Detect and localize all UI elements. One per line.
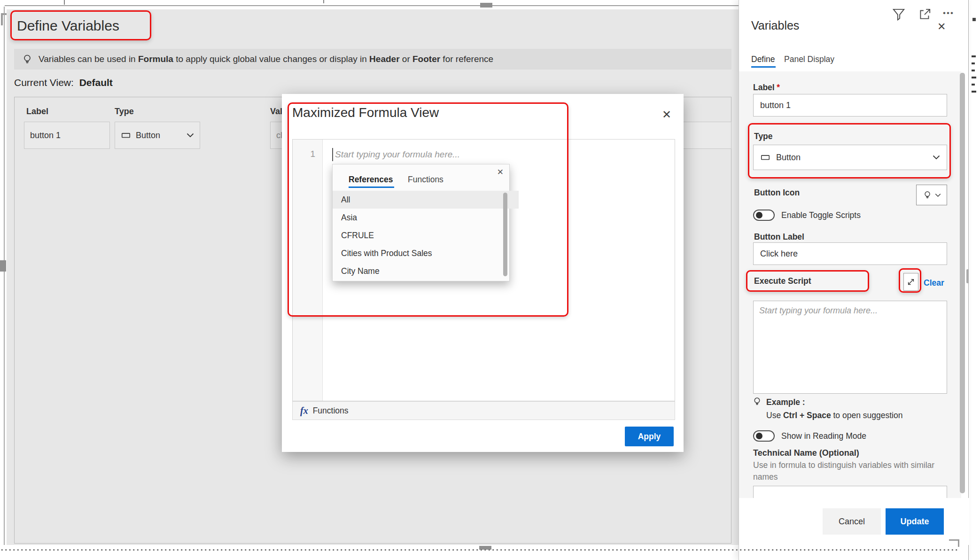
info-bar: Variables can be used in Formula to appl… [14, 49, 731, 70]
enable-toggle-scripts-label: Enable Toggle Scripts [781, 210, 861, 220]
example-label: Example : [766, 397, 805, 407]
technical-name-description: Use in formula to distinguish variables … [753, 459, 937, 483]
update-button[interactable]: Update [886, 508, 944, 535]
example-hint: Use Ctrl + Space to open suggestion [766, 411, 902, 420]
clipped-side-tab-fragment [972, 91, 976, 93]
lightbulb-icon [752, 397, 762, 406]
type-field-label: Type [754, 132, 773, 141]
execute-script-textarea[interactable]: Start typing your formula here... [753, 301, 947, 394]
row-type-select[interactable]: Button [115, 122, 200, 149]
show-in-reading-mode-toggle[interactable] [753, 430, 775, 442]
clipped-side-tab-fragment [972, 77, 976, 78]
formula-placeholder: Start typing your formula here... [335, 149, 460, 160]
panel-footer: Cancel Update [739, 498, 969, 545]
filter-icon[interactable] [891, 7, 906, 22]
type-select-value: Button [776, 153, 801, 163]
dialog-title: Define Variables [17, 18, 119, 34]
column-header-label: Label [26, 107, 48, 117]
close-icon[interactable]: ✕ [662, 109, 671, 120]
label-input[interactable]: button 1 [753, 94, 947, 117]
tab-functions[interactable]: Functions [408, 175, 443, 185]
button-type-icon [121, 130, 131, 140]
button-icon-select[interactable] [916, 185, 947, 205]
panel-title: Variables [751, 19, 799, 32]
resize-handle-left[interactable] [0, 260, 6, 272]
chevron-down-icon [933, 155, 940, 160]
tab-panel-display[interactable]: Panel Display [784, 54, 834, 64]
button-type-icon [760, 152, 770, 163]
fx-icon: fx [300, 405, 308, 416]
suggestion-list: All Asia CFRULE Cities with Product Sale… [333, 191, 506, 280]
example-label-text: Example [766, 397, 800, 407]
technical-name-label: Technical Name (Optional) [753, 448, 859, 458]
maximized-formula-modal: Maximized Formula View ✕ 1 Start typing … [282, 94, 684, 452]
resize-handle-top[interactable] [480, 3, 492, 8]
clipped-side-tab-fragment [972, 55, 976, 57]
current-view: Current View: Default [14, 77, 113, 88]
button-label-value: Click here [760, 249, 798, 259]
tab-references[interactable]: References [349, 175, 393, 185]
clipped-side-tab-fragment [972, 18, 976, 21]
current-view-label: Current View: [14, 77, 74, 88]
button-label-label: Button Label [754, 232, 804, 242]
lightbulb-icon [923, 190, 932, 200]
current-view-value: Default [79, 77, 113, 88]
line-number-gutter [293, 140, 323, 401]
tab-define[interactable]: Define [751, 54, 775, 64]
apply-button[interactable]: Apply [625, 427, 674, 446]
label-text: Label [753, 83, 775, 92]
clear-link[interactable]: Clear [924, 278, 944, 288]
row-label-input[interactable]: button 1 [24, 122, 110, 149]
clipped-side-tab-fragment [972, 70, 975, 71]
suggestion-dropdown: ✕ References Functions All Asia CFRULE C… [332, 164, 510, 281]
text-cursor [332, 148, 333, 161]
list-item[interactable]: CFRULE [333, 226, 506, 244]
active-tab-underline [349, 187, 394, 188]
active-tab-underline [751, 66, 776, 68]
app-canvas: Define Variables Variables can be used i… [0, 0, 980, 560]
label-field-label: Label * [753, 83, 780, 93]
maximize-script-button[interactable] [903, 273, 918, 291]
widget-left-edge [4, 7, 5, 545]
technical-name-input[interactable] [753, 486, 947, 498]
clipped-side-tab-fragment [972, 84, 975, 86]
list-item[interactable]: Cities with Product Sales [333, 244, 506, 262]
clipped-toolbar-fragment [64, 0, 65, 5]
scrollbar-thumb[interactable] [503, 193, 507, 276]
formula-editor[interactable]: 1 Start typing your formula here... ✕ Re… [292, 139, 675, 401]
chevron-down-icon [187, 133, 194, 138]
list-item[interactable]: Asia [333, 209, 506, 226]
corner-mark-bottom-right [949, 539, 959, 547]
enable-toggle-scripts-toggle[interactable] [753, 210, 775, 221]
close-icon[interactable]: ✕ [937, 22, 946, 32]
list-item[interactable]: City Name [333, 262, 506, 280]
example-colon: : [800, 397, 805, 407]
column-header-type: Type [115, 107, 134, 117]
functions-bar[interactable]: fx Functions [292, 401, 675, 420]
script-placeholder: Start typing your formula here... [759, 306, 878, 315]
label-input-value: button 1 [760, 101, 791, 110]
show-in-reading-mode-label: Show in Reading Mode [781, 431, 866, 441]
lightbulb-icon [22, 54, 33, 65]
cancel-button[interactable]: Cancel [823, 508, 881, 535]
modal-title: Maximized Formula View [292, 105, 439, 120]
outer-scrollbar-thumb[interactable] [966, 269, 969, 283]
info-text: Variables can be used in Formula to appl… [39, 54, 493, 64]
functions-bar-label: Functions [313, 406, 349, 416]
panel-scrollbar-thumb[interactable] [960, 73, 965, 493]
type-select[interactable]: Button [753, 145, 947, 170]
button-label-input[interactable]: Click here [753, 242, 947, 265]
button-icon-label: Button Icon [754, 188, 800, 198]
chevron-down-icon [935, 193, 941, 197]
clipped-side-tab-fragment [972, 62, 975, 64]
more-icon[interactable]: ••• [943, 8, 954, 18]
required-mark: * [777, 83, 780, 92]
list-item[interactable]: All [333, 191, 519, 209]
variables-panel: ••• Variables ✕ Define Panel Display Lab… [739, 0, 969, 560]
selection-dotted-border [0, 549, 959, 551]
line-number: 1 [293, 149, 315, 159]
open-window-icon[interactable] [918, 7, 933, 22]
close-icon[interactable]: ✕ [497, 168, 504, 176]
maximize-icon [906, 277, 916, 287]
panel-content: Label * button 1 Type Button Button Icon… [739, 71, 961, 498]
